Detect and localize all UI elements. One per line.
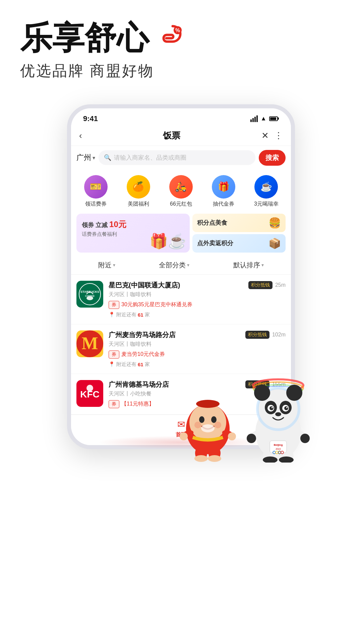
coupon-label: 抽代金券 <box>213 201 234 208</box>
svg-point-27 <box>208 455 221 462</box>
wifi-icon: ▲ <box>260 115 266 122</box>
quick-icons-row: 🎫 领话费券 🍊 美团福利 🛵 66元红包 🎁 抽代金券 <box>71 170 291 210</box>
kfc-name-row: 广州肯德基马场分店 积分抵钱 155m <box>109 380 286 389</box>
mcdonalds-name: 广州麦当劳马场路分店 <box>109 330 245 339</box>
gift-decoration: 🎁☕ <box>149 232 186 250</box>
banner-left[interactable]: 领券 立减 10元 话费券点餐福利 🎁☕ <box>76 214 190 253</box>
restaurant-list: STARBUCKS COFFEE 星巴克(中国联通大厦店) 积分抵钱 25m 天… <box>71 275 291 415</box>
filter-sort[interactable]: 默认排序 ▾ <box>233 261 264 270</box>
status-time: 9:41 <box>83 114 98 123</box>
search-input-wrap[interactable]: 🔍 请输入商家名、品类或商圈 <box>99 150 255 165</box>
ground-shadow <box>97 436 265 449</box>
quick-icon-luckin[interactable]: ☕ 3元喝瑞幸 <box>245 175 288 208</box>
svg-point-60 <box>281 451 284 454</box>
search-icon: 🔍 <box>104 154 111 161</box>
hongbao-label: 66元红包 <box>170 201 192 208</box>
battery-icon <box>269 116 279 121</box>
starbucks-category: 天河区丨咖啡饮料 <box>109 291 286 298</box>
more-button[interactable]: ⋮ <box>274 130 283 141</box>
mcdonalds-badge: 积分抵钱 <box>245 331 269 339</box>
voucher-label: 领话费券 <box>85 201 107 208</box>
filter-row: 附近 ▾ 全部分类 ▾ 默认排序 ▾ <box>71 256 291 275</box>
svg-point-49 <box>300 434 310 443</box>
mcdonalds-distance: 102m <box>272 332 286 338</box>
mcdonalds-logo: M <box>76 330 103 357</box>
close-button[interactable]: ✕ <box>261 130 269 141</box>
starbucks-name: 星巴克(中国联通大厦店) <box>109 281 248 290</box>
phone-mockup: 9:41 ▲ ‹ 饭票 <box>67 104 295 449</box>
clip-icon: % <box>154 23 184 53</box>
restaurant-mcdonalds[interactable]: M 广州麦当劳马场路分店 积分抵钱 102m 天河区丨咖啡饮料 券 麦当劳10元… <box>71 324 291 374</box>
svg-point-11 <box>86 385 93 391</box>
location-icon-mcd: 📍 <box>109 361 115 367</box>
svg-point-52 <box>263 457 278 463</box>
delivery-icon-small: 📦 <box>268 237 281 249</box>
status-bar: 9:41 ▲ <box>71 108 291 127</box>
quick-icon-hongbao[interactable]: 🛵 66元红包 <box>160 175 202 208</box>
filter-sort-label: 默认排序 <box>233 261 260 270</box>
meituan-label: 美团福利 <box>128 201 149 208</box>
coupon-tag-icon: 券 <box>109 301 119 309</box>
kfc-logo: KFC <box>76 380 103 407</box>
city-selector[interactable]: 广州 ▾ <box>76 153 95 163</box>
mcdonalds-coupon: 券 麦当劳10元代金券 <box>109 351 286 359</box>
quick-icon-voucher[interactable]: 🎫 领话费券 <box>74 175 117 208</box>
status-icons: ▲ <box>250 115 279 122</box>
starbucks-badge: 积分抵钱 <box>248 281 273 289</box>
back-button[interactable]: ‹ <box>79 130 82 141</box>
filter-nearby-arrow: ▾ <box>113 262 115 268</box>
starbucks-name-row: 星巴克(中国联通大厦店) 积分抵钱 25m <box>109 281 286 290</box>
kfc-name: 广州肯德基马场分店 <box>109 380 245 389</box>
kfc-info: 广州肯德基马场分店 积分抵钱 155m 天河区丨小吃快餐 券 【11元特惠】 <box>109 380 286 408</box>
starbucks-distance: 25m <box>275 282 286 288</box>
starbucks-logo: STARBUCKS COFFEE <box>76 281 103 308</box>
voucher-icon: 🎫 <box>84 175 108 199</box>
starbucks-nearby: 📍 附近还有 61 家 <box>109 312 286 318</box>
mcdonalds-info: 广州麦当劳马场路分店 积分抵钱 102m 天河区丨咖啡饮料 券 麦当劳10元代金… <box>109 330 286 368</box>
filter-nearby-label: 附近 <box>98 261 112 270</box>
signal-icon <box>250 115 258 122</box>
banner-right-top[interactable]: 积分点美食 🍔 <box>192 214 286 232</box>
restaurant-kfc[interactable]: KFC 广州肯德基马场分店 积分抵钱 155m 天河区丨小吃快餐 券 【11元特… <box>71 374 291 415</box>
restaurant-starbucks[interactable]: STARBUCKS COFFEE 星巴克(中国联通大厦店) 积分抵钱 25m 天… <box>71 275 291 324</box>
svg-point-51 <box>279 450 294 462</box>
kfc-badge: 积分抵钱 <box>245 380 269 388</box>
kfc-category: 天河区丨小吃快餐 <box>109 390 286 397</box>
banner-section: 领券 立减 10元 话费券点餐福利 🎁☕ 积分点美食 🍔 点外卖返积分 📦 <box>71 210 291 256</box>
svg-point-50 <box>263 450 278 462</box>
app-nav: ‹ 饭票 ✕ ⋮ <box>71 127 291 146</box>
home-tab-icon: ✉ <box>177 419 185 430</box>
starbucks-info: 星巴克(中国联通大厦店) 积分抵钱 25m 天河区丨咖啡饮料 券 30元购35元… <box>109 281 286 318</box>
meituan-icon: 🍊 <box>127 175 150 199</box>
mcdonalds-category: 天河区丨咖啡饮料 <box>109 341 286 348</box>
quick-icon-coupon[interactable]: 🎁 抽代金券 <box>202 175 245 208</box>
quick-icon-meituan[interactable]: 🍊 美团福利 <box>117 175 160 208</box>
coupon-icon-blue: 🎁 <box>212 175 235 199</box>
filter-nearby[interactable]: 附近 ▾ <box>98 261 115 270</box>
kfc-coupon: 券 【11元特惠】 <box>109 400 286 408</box>
starbucks-coupon-text: 30元购35元星巴克中杯通兑券 <box>121 301 192 308</box>
search-button[interactable]: 搜索 <box>259 150 286 166</box>
svg-text:M: M <box>81 334 98 353</box>
hero-subtitle: 优选品牌 商盟好物 <box>20 61 342 81</box>
svg-point-6 <box>86 296 93 300</box>
mcdonalds-nearby: 📍 附近还有 61 家 <box>109 361 286 368</box>
luckin-icon: ☕ <box>254 175 278 199</box>
banner-right: 积分点美食 🍔 点外卖返积分 📦 <box>192 214 286 253</box>
mcdonalds-nearby-count: 61 <box>138 362 143 367</box>
svg-point-47 <box>293 428 308 441</box>
filter-sort-arrow: ▾ <box>261 262 264 268</box>
filter-category-arrow: ▾ <box>187 262 189 268</box>
phone-frame: 9:41 ▲ ‹ 饭票 <box>67 104 295 449</box>
kfc-distance: 155m <box>272 381 286 387</box>
svg-point-58 <box>276 451 278 454</box>
filter-category[interactable]: 全部分类 ▾ <box>159 261 189 270</box>
hero-title: 乐享舒心 % <box>20 20 342 56</box>
mcdonalds-coupon-text: 麦当劳10元代金券 <box>121 351 165 358</box>
svg-point-26 <box>194 455 208 462</box>
hero-section: 乐享舒心 % 优选品牌 商盟好物 <box>0 0 362 91</box>
starbucks-nearby-count: 61 <box>138 312 143 318</box>
svg-point-57 <box>273 451 276 454</box>
banner-right-bottom[interactable]: 点外卖返积分 📦 <box>192 234 286 253</box>
city-dropdown-icon: ▾ <box>93 155 95 161</box>
